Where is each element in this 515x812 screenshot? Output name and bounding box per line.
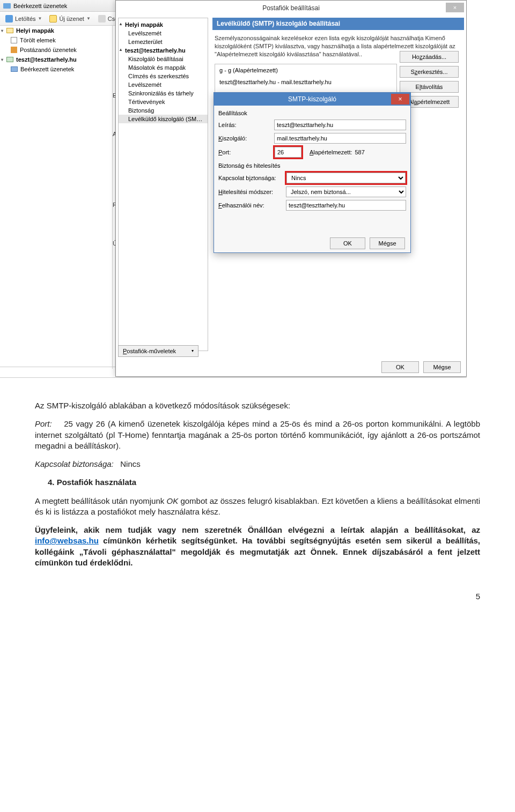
account-actions-button[interactable]: Postafiók-műveletek ▾ (118, 345, 198, 357)
download-label: Letöltés (15, 16, 36, 22)
chevron-down-icon: ▼ (86, 16, 91, 21)
tree-receipts[interactable]: Tértivevények (119, 98, 208, 106)
page-number: 5 (0, 576, 515, 622)
description-label: Leírás: (218, 122, 271, 128)
add-button[interactable]: Hozzáadás... (400, 51, 459, 63)
auth-method-select[interactable]: Jelszó, nem biztonsá... (286, 187, 406, 197)
folder-tree: ▾ Helyi mappák Törölt elemek Postázandó … (0, 26, 113, 369)
smtp-server-dialog: SMTP-kiszolgáló × Beállítások Leírás: Ki… (214, 92, 411, 253)
chevron-down-icon: ▾ (192, 346, 194, 356)
usage-para: A megtett beállítások után nyomjunk OK g… (35, 496, 480, 518)
settings-group: Beállítások Leírás: Kiszolgáló: Port: Al… (218, 110, 406, 158)
auth-method-label: Hitelesítési módszer: (218, 189, 283, 195)
main-tab-title[interactable]: Beérkezett üzenetek (13, 3, 67, 9)
ok-button[interactable]: OK (330, 237, 365, 249)
dialog-titlebar: Postafiók beállításai × (116, 1, 466, 16)
download-icon (5, 15, 13, 23)
inbox-label: Beérkezett üzenetek (20, 66, 74, 72)
server-input[interactable] (274, 133, 406, 144)
username-input[interactable] (286, 200, 406, 211)
close-button[interactable]: × (446, 3, 464, 12)
tree-junk2[interactable]: Levélszemét (119, 80, 208, 89)
port-label: Port: (35, 419, 52, 428)
inbox-tab-icon (3, 3, 11, 9)
pane-header: Levélküldő (SMTP) kiszolgáló beállításai (212, 18, 464, 30)
edit-button[interactable]: Szerkesztés... (400, 66, 459, 78)
port-highlight (274, 146, 302, 158)
download-button[interactable]: Letöltés ▼ (5, 15, 42, 23)
settings-tree[interactable]: ▴Helyi mappák Levélszemét Lemezterület ▴… (118, 18, 208, 351)
account-node[interactable]: ▾ teszt@teszttarhely.hu (0, 55, 112, 64)
smtp-list-item[interactable]: teszt@teszttarhely.hu - mail.teszttarhel… (215, 76, 396, 88)
new-message-label: Új üzenet (59, 16, 84, 22)
dialog-button-bar: OK Mégse (381, 361, 461, 373)
account-icon (6, 57, 13, 62)
default-port-label: Alapértelmezett: (310, 149, 352, 155)
default-port-value: 587 (355, 149, 365, 155)
smtp-server-list[interactable]: g - g (Alapértelmezett) teszt@teszttarhe… (215, 64, 397, 95)
expand-icon[interactable]: ▾ (1, 57, 3, 62)
tree-copies[interactable]: Másolatok és mappák (119, 63, 208, 72)
local-folders[interactable]: ▾ Helyi mappák (0, 26, 112, 35)
ok-button[interactable]: OK (381, 361, 419, 373)
tree-addressing[interactable]: Címzés és szerkesztés (119, 72, 208, 80)
account-label: teszt@teszttarhely.hu (16, 56, 77, 63)
connection-security-select[interactable]: Nincs (286, 173, 406, 183)
inbox-folder[interactable]: Beérkezett üzenetek (0, 64, 112, 74)
connection-security-highlight: Nincs (286, 172, 406, 184)
support-para: Ügyfeleink, akik nem tudják vagy nem sze… (35, 525, 480, 568)
dialog-title: Postafiók beállításai (262, 4, 320, 12)
inbox-icon (11, 66, 18, 72)
smtp-dialog-buttons: OK Mégse (330, 237, 405, 249)
remove-button[interactable]: Eltávolítás (400, 81, 459, 93)
tree-server[interactable]: Kiszolgáló beállításai (119, 55, 208, 63)
local-folders-label: Helyi mappák (16, 27, 54, 34)
tree-sync[interactable]: Szinkronizálás és tárhely (119, 89, 208, 98)
compose-icon (49, 15, 57, 23)
folder-icon (6, 28, 13, 33)
connection-security-label: Kapcsolat biztonsága: (218, 175, 283, 181)
app-screenshot: Beérkezett üzenetek Letöltés ▼ Új üzenet… (0, 0, 467, 378)
trash-icon (11, 37, 17, 43)
tree-account[interactable]: ▴teszt@teszttarhely.hu (119, 46, 208, 55)
security-label: Kapcsolat biztonsága: (35, 459, 114, 468)
section-heading: 4. Postafiók használata (48, 477, 480, 488)
outbox-folder[interactable]: Postázandó üzenetek (0, 45, 112, 55)
description-input[interactable] (274, 120, 406, 130)
port-label: Port: (218, 149, 271, 155)
intro-para: Az SMTP-kiszolgáló ablakában a következő… (35, 400, 480, 411)
smtp-list-item[interactable]: g - g (Alapértelmezett) (215, 64, 396, 76)
smtp-dialog-title: SMTP-kiszolgáló (288, 95, 336, 103)
tree-smtp[interactable]: Levélküldő kiszolgáló (SMTP) (119, 115, 208, 123)
server-label: Kiszolgáló: (218, 135, 271, 141)
outbox-label: Postázandó üzenetek (20, 47, 77, 53)
tree-security[interactable]: Biztonság (119, 106, 208, 115)
outbox-icon (11, 47, 17, 53)
account-actions: Postafiók-műveletek ▾ (118, 345, 198, 357)
username-label: Felhasználói név: (218, 202, 283, 208)
tree-local[interactable]: ▴Helyi mappák (119, 20, 208, 29)
close-button[interactable]: × (391, 94, 409, 105)
trash-folder[interactable]: Törölt elemek (0, 35, 112, 45)
tree-junk[interactable]: Levélszemét (119, 29, 208, 38)
security-para: Kapcsolat biztonsága: Nincs (35, 459, 480, 470)
cancel-button[interactable]: Mégse (423, 361, 461, 373)
expand-icon[interactable]: ▾ (1, 28, 3, 33)
chat-icon (98, 15, 106, 23)
support-email-link[interactable]: info@websas.hu (35, 536, 99, 545)
cancel-button[interactable]: Mégse (370, 237, 405, 249)
trash-label: Törölt elemek (20, 37, 56, 43)
chevron-down-icon: ▼ (38, 16, 42, 21)
port-input[interactable] (275, 147, 301, 158)
settings-group-title: Beállítások (218, 110, 406, 116)
document-body: Az SMTP-kiszolgáló ablakában a következő… (0, 394, 515, 568)
smtp-dialog-titlebar: SMTP-kiszolgáló × (214, 93, 410, 106)
new-message-button[interactable]: Új üzenet ▼ (49, 15, 90, 23)
security-group-title: Biztonság és hitelesítés (218, 162, 406, 169)
tree-disk[interactable]: Lemezterület (119, 38, 208, 46)
security-group: Biztonság és hitelesítés Kapcsolat bizto… (218, 162, 406, 211)
port-para: Port: 25 vagy 26 (A kimenő üzenetek kisz… (35, 419, 480, 451)
